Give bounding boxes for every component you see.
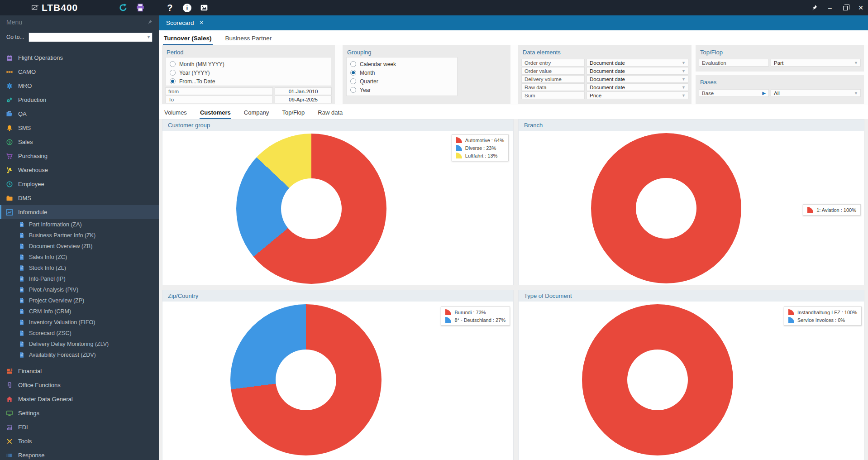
radio-grouping-month[interactable]: Month — [350, 68, 453, 77]
sum-dropdown[interactable]: Price▼ — [587, 91, 688, 99]
file-icon — [19, 352, 25, 358]
sidebar-item-response[interactable]: Response — [0, 448, 159, 460]
radio-icon[interactable] — [170, 70, 176, 76]
sidebar-item-stock-info[interactable]: Stock Info (ZL) — [0, 263, 159, 273]
sidebar-item-availability-forecast[interactable]: Availability Forecast (ZDV) — [0, 350, 159, 360]
sidebar-item-label: Production — [18, 96, 46, 103]
radio-grouping-year[interactable]: Year — [350, 86, 453, 94]
info-icon[interactable]: i — [181, 2, 192, 13]
radio-quarter[interactable]: Quarter — [350, 77, 453, 86]
sidebar-item-edi[interactable]: EDI — [0, 420, 159, 434]
tab-close-icon[interactable]: ✕ — [200, 20, 204, 26]
sidebar-item-info-panel[interactable]: Info-Panel (IP) — [0, 273, 159, 284]
sidebar-item-employee[interactable]: Employee — [0, 177, 159, 191]
tab-customers[interactable]: Customers — [200, 107, 231, 119]
pin-icon[interactable] — [811, 4, 818, 11]
period-radio-group: Month (MM YYYY) Year (YYYY) From...To Da… — [166, 57, 331, 86]
base-label-cell[interactable]: Base▶ — [699, 89, 769, 97]
sidebar-item-settings[interactable]: Settings — [0, 406, 159, 420]
sidebar-item-scorecard[interactable]: Scorecard (ZSC) — [0, 328, 159, 339]
gear-icon — [6, 82, 13, 90]
minimize-button[interactable]: – — [826, 4, 834, 11]
sidebar-item-label: Office Functions — [18, 382, 61, 388]
close-button[interactable]: ✕ — [857, 4, 864, 11]
chart-legend: Automotive : 64%Diverse : 23%Luftfahrt :… — [452, 134, 509, 161]
tab-scorecard[interactable]: Scorecard ✕ — [159, 15, 211, 30]
sidebar-item-financial[interactable]: $ Financial — [0, 364, 159, 378]
printer-icon[interactable] — [135, 2, 146, 13]
sidebar-item-dms[interactable]: DMS — [0, 191, 159, 205]
sidebar-item-infomodule[interactable]: Infomodule — [0, 205, 159, 219]
sidebar-nav: Flight Operations CAMO MRO Production QA… — [0, 51, 159, 460]
to-label: To — [165, 96, 273, 103]
tab-volumes[interactable]: Volumes — [164, 107, 187, 119]
sidebar-item-purchasing[interactable]: Purchasing — [0, 149, 159, 163]
goto-combobox[interactable]: ▼ — [29, 33, 153, 42]
restore-button[interactable] — [842, 4, 849, 11]
chevron-right-icon[interactable]: ▶ — [762, 91, 766, 96]
sidebar-item-project-overview[interactable]: Project Overview (ZP) — [0, 295, 159, 306]
tab-company[interactable]: Company — [243, 107, 270, 119]
tab-raw-data[interactable]: Raw data — [317, 107, 343, 119]
sidebar-item-qa[interactable]: QA — [0, 107, 159, 121]
sidebar-item-business-partner-info[interactable]: Business Partner Info (ZK) — [0, 230, 159, 241]
table-row: Base▶ All▼ — [699, 89, 861, 97]
sidebar-item-master-data-general[interactable]: Master Data General — [0, 392, 159, 406]
tab-label: Scorecard — [166, 19, 194, 26]
sidebar-item-warehouse[interactable]: Warehouse — [0, 163, 159, 177]
panel-title: Data elements — [518, 45, 692, 58]
radio-icon[interactable] — [170, 61, 176, 67]
evaluation-dropdown[interactable]: Part▼ — [771, 59, 861, 67]
radio-year[interactable]: Year (YYYY) — [170, 68, 327, 77]
tab-topflop[interactable]: Top/Flop — [281, 107, 305, 119]
radio-icon[interactable] — [350, 87, 356, 93]
sidebar-item-camo[interactable]: CAMO — [0, 65, 159, 79]
chart-body: Instandhaltung LFZ : 100%Service Invoice… — [519, 302, 864, 460]
sidebar-item-label: Project Overview (ZP) — [29, 297, 84, 304]
tab-business-partner[interactable]: Business Partner — [224, 32, 273, 45]
data-elements-rows: Order entry Document date▼ Order value D… — [521, 59, 688, 99]
sidebar-item-tools[interactable]: Tools — [0, 434, 159, 448]
radio-icon[interactable] — [350, 78, 356, 84]
chart-header: Type of Document — [519, 290, 864, 302]
sidebar-item-part-information[interactable]: Part Information (ZA) — [0, 219, 159, 230]
tab-turnover-sales[interactable]: Turnover (Sales) — [163, 32, 213, 45]
radio-icon[interactable] — [170, 78, 176, 84]
radio-month[interactable]: Month (MM YYYY) — [170, 60, 327, 68]
radio-icon[interactable] — [350, 70, 356, 76]
sidebar-item-production[interactable]: Production — [0, 93, 159, 107]
sidebar-item-office-functions[interactable]: Office Functions — [0, 378, 159, 392]
donut-hole — [281, 178, 342, 239]
sidebar-item-crm-info[interactable]: CRM Info (CRM) — [0, 306, 159, 317]
image-icon[interactable] — [199, 2, 210, 13]
base-dropdown[interactable]: All▼ — [771, 89, 861, 97]
from-date-field[interactable]: 01-Jan-2010 — [275, 87, 332, 95]
sidebar-item-sms[interactable]: SMS — [0, 121, 159, 135]
legend-item: 1: Aviation : 100% — [807, 207, 856, 213]
legend-swatch-icon — [456, 137, 462, 143]
legend-label: Burundi : 73% — [454, 310, 486, 315]
sidebar-item-inventory-valuation[interactable]: Inventory Valuation (FIFO) — [0, 317, 159, 328]
sidebar-item-mro[interactable]: MRO — [0, 79, 159, 93]
delivery-volume-dropdown[interactable]: Document date▼ — [587, 75, 688, 83]
sidebar-pin-icon[interactable] — [147, 19, 153, 25]
radio-from-to-date[interactable]: From...To Date — [170, 77, 327, 86]
help-icon[interactable]: ? — [164, 2, 175, 13]
radio-icon[interactable] — [350, 61, 356, 67]
to-date-field[interactable]: 09-Apr-2025 — [275, 96, 332, 103]
chevron-down-icon[interactable]: ▼ — [147, 35, 151, 39]
radio-calendar-week[interactable]: Calendar week — [350, 60, 453, 68]
raw-data-dropdown[interactable]: Document date▼ — [587, 83, 688, 91]
order-entry-dropdown[interactable]: Document date▼ — [587, 59, 688, 67]
sidebar-item-pivot-analysis[interactable]: Pivot Analysis (PIV) — [0, 284, 159, 295]
order-value-dropdown[interactable]: Document date▼ — [587, 67, 688, 75]
goto-input[interactable] — [29, 34, 152, 42]
toolbar-separator — [155, 2, 155, 14]
sidebar-item-flight-operations[interactable]: Flight Operations — [0, 51, 159, 65]
refresh-icon[interactable] — [118, 2, 129, 13]
legend-label: Service Invoices : 0% — [797, 317, 845, 323]
sidebar-item-document-overview[interactable]: Document Overview (ZB) — [0, 241, 159, 252]
sidebar-item-sales[interactable]: $ Sales — [0, 135, 159, 149]
sidebar-item-sales-info[interactable]: Sales Info (ZC) — [0, 252, 159, 263]
sidebar-item-delivery-delay-monitoring[interactable]: Delivery Delay Monitoring (ZLV) — [0, 339, 159, 350]
